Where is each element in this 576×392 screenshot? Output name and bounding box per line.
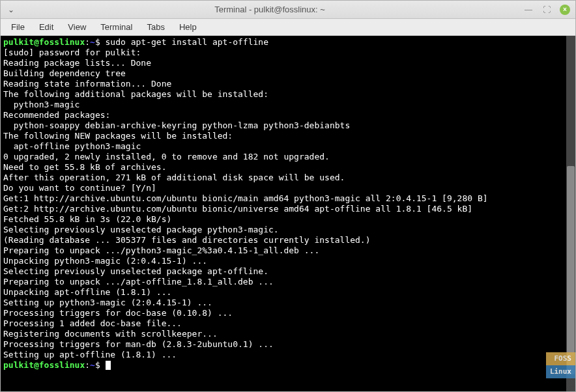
minimize-button[interactable]: — xyxy=(523,5,534,15)
output-line: Preparing to unpack .../python3-magic_2%… xyxy=(3,245,573,256)
output-line: Fetched 55.8 kB in 3s (22.0 kB/s) xyxy=(3,214,573,225)
output-line: The following additional packages will b… xyxy=(3,89,573,100)
output-line: Building dependency tree xyxy=(3,68,573,79)
watermark-linux: Linux xyxy=(546,365,575,378)
scrollbar[interactable] xyxy=(566,36,575,391)
output-line: Get:2 http://archive.ubuntu.com/ubuntu b… xyxy=(3,204,573,214)
output-line: (Reading database ... 305377 files and d… xyxy=(3,235,573,245)
menu-file[interactable]: File xyxy=(5,20,31,34)
output-container: [sudo] password for pulkit: Reading pack… xyxy=(3,48,573,360)
output-line: Selecting previously unselected package … xyxy=(3,225,573,235)
output-line: [sudo] password for pulkit: xyxy=(3,48,573,58)
output-line: Reading package lists... Done xyxy=(3,58,573,68)
window-title: Terminal - pulkit@fosslinux: ~ xyxy=(16,5,523,14)
output-line: Reading state information... Done xyxy=(3,79,573,89)
output-line: Registering documents with scrollkeeper.… xyxy=(3,329,573,339)
window-controls: — ⛶ × xyxy=(523,5,570,15)
output-line: Processing 1 added doc-base file... xyxy=(3,318,573,329)
output-line: python3-magic xyxy=(3,100,573,110)
output-line: After this operation, 271 kB of addition… xyxy=(3,173,573,183)
prompt-line: pulkit@fosslinux:~$ sudo apt-get install… xyxy=(3,37,573,48)
prompt-symbol: $ xyxy=(95,360,106,370)
terminal-output[interactable]: pulkit@fosslinux:~$ sudo apt-get install… xyxy=(1,36,575,391)
output-line: apt-offline python3-magic xyxy=(3,141,573,152)
output-line: Processing triggers for doc-base (0.10.8… xyxy=(3,308,573,318)
output-line: python-soappy debian-archive-keyring pyt… xyxy=(3,120,573,131)
menubar: File Edit View Terminal Tabs Help xyxy=(1,19,575,36)
watermark-foss: FOSS xyxy=(546,352,575,365)
cursor xyxy=(106,361,111,370)
output-line: Unpacking apt-offline (1.8.1) ... xyxy=(3,287,573,298)
menu-help[interactable]: Help xyxy=(173,20,203,34)
menu-terminal[interactable]: Terminal xyxy=(94,20,139,34)
command-text: sudo apt-get install apt-offline xyxy=(106,37,268,47)
close-button[interactable]: × xyxy=(560,5,570,15)
output-line: Preparing to unpack .../apt-offline_1.8.… xyxy=(3,277,573,287)
menu-tabs[interactable]: Tabs xyxy=(140,20,171,34)
app-icon: ⌄ xyxy=(6,5,16,15)
terminal-window: ⌄ Terminal - pulkit@fosslinux: ~ — ⛶ × F… xyxy=(0,0,576,392)
output-line: Setting up python3-magic (2:0.4.15-1) ..… xyxy=(3,298,573,308)
prompt-path: ~ xyxy=(90,37,95,47)
output-line: Selecting previously unselected package … xyxy=(3,266,573,277)
prompt-colon: : xyxy=(85,360,90,370)
prompt-colon: : xyxy=(85,37,90,47)
titlebar: ⌄ Terminal - pulkit@fosslinux: ~ — ⛶ × xyxy=(1,1,575,19)
prompt-path: ~ xyxy=(90,360,95,370)
scrollbar-thumb[interactable] xyxy=(567,166,575,374)
output-line: Need to get 55.8 kB of archives. xyxy=(3,162,573,173)
output-line: The following NEW packages will be insta… xyxy=(3,131,573,141)
prompt-line-2: pulkit@fosslinux:~$ xyxy=(3,360,573,371)
menu-edit[interactable]: Edit xyxy=(33,20,60,34)
menu-view[interactable]: View xyxy=(61,20,93,34)
prompt-user-host: pulkit@fosslinux xyxy=(3,37,85,47)
prompt-symbol: $ xyxy=(95,37,106,47)
prompt-user-host: pulkit@fosslinux xyxy=(3,360,85,370)
output-line: Unpacking python3-magic (2:0.4.15-1) ... xyxy=(3,256,573,266)
output-line: Recommended packages: xyxy=(3,110,573,120)
output-line: 0 upgraded, 2 newly installed, 0 to remo… xyxy=(3,152,573,162)
output-line: Do you want to continue? [Y/n] xyxy=(3,183,573,193)
maximize-button[interactable]: ⛶ xyxy=(541,5,552,15)
output-line: Processing triggers for man-db (2.8.3-2u… xyxy=(3,339,573,350)
output-line: Get:1 http://archive.ubuntu.com/ubuntu b… xyxy=(3,193,573,204)
output-line: Setting up apt-offline (1.8.1) ... xyxy=(3,350,573,360)
watermark: FOSS Linux xyxy=(546,352,575,378)
